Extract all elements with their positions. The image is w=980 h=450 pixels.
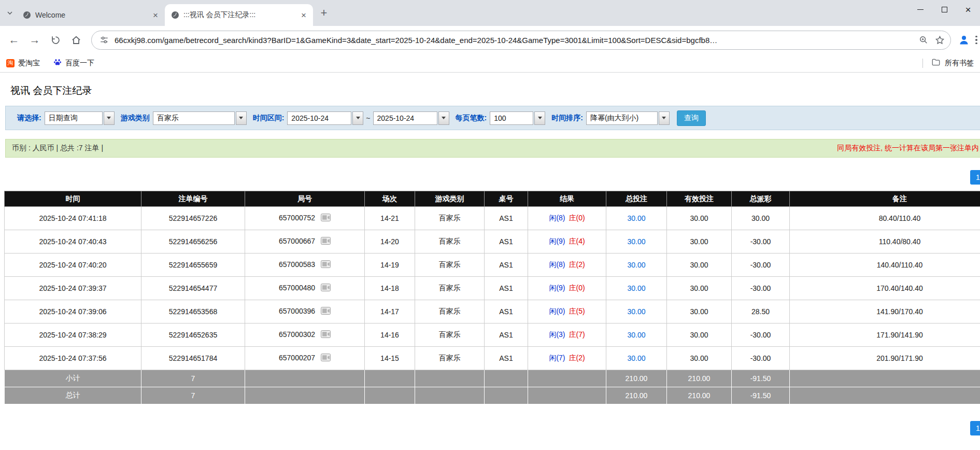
tab-close-icon[interactable]: × bbox=[150, 10, 161, 21]
total-bet-link[interactable]: 30.00 bbox=[627, 307, 645, 316]
bookmark-star-icon[interactable] bbox=[934, 34, 945, 46]
cell-valid-bet: 30.00 bbox=[667, 230, 732, 254]
cell-time: 2025-10-24 07:38:29 bbox=[5, 324, 141, 347]
video-replay-icon[interactable] bbox=[321, 260, 331, 270]
maximize-button[interactable] bbox=[932, 0, 956, 19]
cell-session: 14-18 bbox=[365, 277, 415, 300]
browser-menu-icon[interactable] bbox=[973, 32, 980, 48]
total-bet-link[interactable]: 30.00 bbox=[627, 331, 645, 339]
tab-close-icon[interactable]: × bbox=[299, 10, 309, 21]
video-replay-icon[interactable] bbox=[321, 307, 331, 316]
tab-bet-records[interactable]: :::视讯 会员下注纪录::: × bbox=[165, 4, 313, 26]
video-replay-icon[interactable] bbox=[321, 354, 331, 363]
cell-payout: -30.00 bbox=[732, 230, 790, 254]
cell-game-type: 百家乐 bbox=[415, 324, 485, 347]
summary-bar: 币别 : 人民币 | 总共 :7 注单 | 同局有效投注, 统一计算在该局第一张… bbox=[5, 139, 980, 158]
cell-session: 14-19 bbox=[365, 254, 415, 277]
cell-payout: -30.00 bbox=[732, 254, 790, 277]
round-id-text: 657000207 bbox=[279, 354, 315, 362]
cell-valid-bet: 30.00 bbox=[667, 207, 732, 230]
table-row: 2025-10-24 07:39:06 522914653568 6570003… bbox=[5, 300, 980, 324]
chevron-down-icon[interactable] bbox=[659, 111, 670, 125]
page-size-select[interactable]: 100 bbox=[490, 111, 545, 125]
total-bet-link[interactable]: 30.00 bbox=[627, 354, 645, 362]
cell-table-no: AS1 bbox=[485, 207, 528, 230]
refresh-icon[interactable] bbox=[46, 30, 65, 50]
profile-avatar-icon[interactable] bbox=[956, 32, 972, 48]
new-tab-button[interactable]: + bbox=[316, 5, 332, 21]
cell-table-no: AS1 bbox=[485, 254, 528, 277]
cell-round-id: 657000207 bbox=[245, 347, 365, 370]
page-button[interactable]: 1 bbox=[970, 170, 980, 185]
video-replay-icon[interactable] bbox=[321, 237, 331, 246]
cell-game-type: 百家乐 bbox=[415, 277, 485, 300]
grand-total-row: 总计 7 210.00 210.00 -91.50 bbox=[5, 387, 980, 404]
header-time: 时间 bbox=[5, 191, 141, 207]
banker-result: 庄(2) bbox=[569, 354, 585, 362]
bookmark-baidu[interactable]: 百度一下 bbox=[53, 58, 94, 68]
chevron-down-icon[interactable] bbox=[104, 111, 115, 125]
forward-icon[interactable]: → bbox=[25, 30, 45, 50]
total-valid-bet: 210.00 bbox=[667, 387, 732, 404]
chevron-down-icon[interactable] bbox=[236, 111, 247, 125]
game-type-select[interactable]: 百家乐 bbox=[153, 111, 247, 125]
tab-welcome[interactable]: Welcome × bbox=[17, 4, 165, 26]
filter-bar: 请选择: 日期查询 游戏类别 百家乐 时间区间: 2025-10-24 ~ 20… bbox=[5, 106, 980, 130]
chevron-down-icon[interactable] bbox=[352, 111, 363, 125]
close-button[interactable]: × bbox=[956, 0, 980, 19]
globe-favicon-icon bbox=[171, 11, 179, 19]
tab-search-chevron-icon[interactable] bbox=[3, 6, 17, 20]
page-title: 视讯 会员下注纪录 bbox=[10, 84, 980, 97]
chevron-down-icon[interactable] bbox=[438, 111, 449, 125]
bookmark-aitaobao[interactable]: 淘 爱淘宝 bbox=[6, 59, 40, 68]
back-icon[interactable]: ← bbox=[4, 30, 24, 50]
header-payout: 总派彩 bbox=[732, 191, 790, 207]
date-end-select[interactable]: 2025-10-24 bbox=[373, 111, 449, 125]
cell-total-bet: 30.00 bbox=[606, 207, 667, 230]
empty-cell bbox=[245, 370, 365, 387]
total-bet-link[interactable]: 30.00 bbox=[627, 284, 645, 292]
table-row: 2025-10-24 07:38:29 522914652635 6570003… bbox=[5, 324, 980, 347]
query-mode-select[interactable]: 日期查询 bbox=[45, 111, 115, 125]
browser-window: Welcome × :::视讯 会员下注纪录::: × + × ← → bbox=[0, 0, 980, 450]
game-type-value: 百家乐 bbox=[153, 111, 235, 125]
url-bar[interactable]: 66cxkj98.com/game/betrecord_search/kind3… bbox=[91, 31, 951, 50]
video-replay-icon[interactable] bbox=[321, 284, 331, 293]
home-icon[interactable] bbox=[66, 30, 86, 50]
cell-time: 2025-10-24 07:40:20 bbox=[5, 254, 141, 277]
cell-session: 14-16 bbox=[365, 324, 415, 347]
cell-valid-bet: 30.00 bbox=[667, 347, 732, 370]
valid-bet-notice: 同局有效投注, 统一计算在该局第一张注单内 bbox=[837, 144, 979, 153]
taobao-icon: 淘 bbox=[6, 59, 15, 67]
zoom-icon[interactable] bbox=[918, 34, 929, 46]
date-end-value: 2025-10-24 bbox=[373, 111, 437, 125]
sort-order-select[interactable]: 降幂(由大到小) bbox=[586, 111, 670, 125]
minimize-button[interactable] bbox=[908, 0, 932, 19]
date-start-value: 2025-10-24 bbox=[287, 111, 351, 125]
video-replay-icon[interactable] bbox=[321, 330, 331, 340]
search-button[interactable]: 查询 bbox=[677, 110, 706, 126]
cell-round-id: 657000396 bbox=[245, 300, 365, 324]
total-bet-link[interactable]: 30.00 bbox=[627, 261, 645, 269]
cell-bet-id: 522914651784 bbox=[141, 347, 245, 370]
total-bet-link[interactable]: 30.00 bbox=[627, 214, 645, 222]
url-text[interactable]: 66cxkj98.com/game/betrecord_search/kind3… bbox=[115, 36, 913, 45]
banker-result: 庄(5) bbox=[569, 307, 585, 315]
chevron-down-icon[interactable] bbox=[534, 111, 545, 125]
header-game-type: 游戏类别 bbox=[415, 191, 485, 207]
video-replay-icon[interactable] bbox=[321, 214, 331, 223]
empty-cell bbox=[485, 370, 528, 387]
cell-session: 14-20 bbox=[365, 230, 415, 254]
date-start-select[interactable]: 2025-10-24 bbox=[287, 111, 363, 125]
header-remark: 备注 bbox=[790, 191, 980, 207]
cell-result: 闲(9)庄(4) bbox=[528, 230, 606, 254]
site-settings-icon[interactable] bbox=[98, 34, 110, 46]
total-bet-link[interactable]: 30.00 bbox=[627, 237, 645, 246]
page-button[interactable]: 1 bbox=[970, 421, 980, 435]
page-content: 视讯 会员下注纪录 请选择: 日期查询 游戏类别 百家乐 时间区间: 2025-… bbox=[0, 73, 980, 450]
cell-time: 2025-10-24 07:41:18 bbox=[5, 207, 141, 230]
all-bookmarks[interactable]: 所有书签 bbox=[922, 58, 974, 68]
bet-records-table: 时间 注单编号 局号 场次 游戏类别 桌号 结果 总投注 有效投注 总派彩 备注… bbox=[4, 191, 980, 404]
date-range-label: 时间区间: bbox=[253, 114, 285, 123]
round-id-text: 657000480 bbox=[279, 284, 315, 292]
